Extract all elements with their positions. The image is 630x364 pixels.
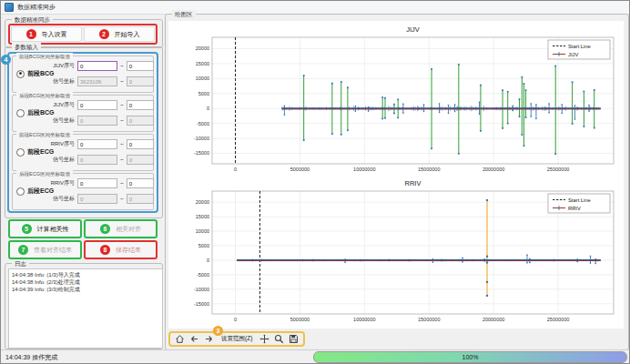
svg-text:-15000: -15000: [194, 301, 209, 307]
rear-ecg-coord-to-input[interactable]: [127, 194, 154, 204]
step-badge-5: 5: [22, 224, 32, 234]
compute-correlation-label: 计算相关性: [37, 225, 69, 234]
rear-bcg-index-from-input[interactable]: [77, 100, 117, 110]
svg-text:-10000: -10000: [194, 287, 209, 292]
svg-text:5000000: 5000000: [290, 317, 310, 322]
tilde: ~: [120, 180, 124, 187]
sync-group-title: 数据精准同步: [12, 15, 53, 24]
app-icon: [5, 3, 14, 12]
front-ecg-index-from-input[interactable]: [77, 139, 117, 149]
svg-text:10000000: 10000000: [353, 317, 375, 322]
start-import-button[interactable]: 2 开始导入: [84, 26, 155, 42]
correlation-align-button[interactable]: 6 相关对齐: [84, 219, 158, 238]
signal-coord-label: 信号坐标: [46, 156, 75, 164]
jijv-index-label: JIJV序号: [46, 62, 75, 70]
signal-coord-label: 信号坐标: [46, 116, 75, 125]
rriv-index-label: RRIV序号: [46, 179, 75, 187]
tilde: ~: [120, 196, 124, 202]
rear-bcg-index-to-input[interactable]: [127, 100, 154, 110]
rear-ecg-legend: 后段ECG区间坐标取值: [16, 170, 73, 178]
step-badge-2: 2: [99, 29, 109, 39]
action-button-grid: 5 计算相关性 6 相关对齐 7 查看对齐结果 8 保存结果: [8, 219, 158, 259]
svg-text:15000: 15000: [196, 214, 209, 219]
view-align-result-button[interactable]: 7 查看对齐结果: [8, 240, 82, 259]
svg-text:JIJV: JIJV: [406, 25, 420, 34]
signal-coord-label: 信号坐标: [46, 77, 75, 86]
rear-bcg-legend: 后段BCG区间坐标取值: [16, 92, 73, 100]
import-settings-label: 导入设置: [42, 30, 67, 39]
svg-text:20000000: 20000000: [483, 167, 504, 172]
tilde: ~: [120, 117, 124, 124]
step-badge-8: 8: [100, 245, 110, 255]
progress-bar: 100%: [313, 351, 627, 363]
log-output[interactable]: 14:04:38 Info: (1/3)导入完成 14:04:38 Info: …: [8, 268, 163, 349]
back-icon[interactable]: [189, 334, 199, 344]
svg-text:Start Line: Start Line: [568, 197, 591, 203]
progress-label: 100%: [462, 354, 479, 360]
import-settings-button[interactable]: 1 导入设置: [11, 26, 82, 42]
front-bcg-coord-from-input[interactable]: [77, 76, 117, 86]
svg-text:RRIV: RRIV: [568, 206, 581, 211]
tilde: ~: [120, 78, 124, 85]
step-badge-4: 4: [1, 55, 11, 65]
front-ecg-group: 前段ECG区间坐标取值 前段ECG RRIV序号 ~ 信号坐标 ~: [12, 134, 154, 171]
step-badge-1: 1: [26, 29, 36, 39]
status-message: 14:04:39 操作完成: [5, 353, 57, 362]
start-import-label: 开始导入: [115, 30, 140, 39]
zoom-icon[interactable]: [274, 334, 284, 344]
front-ecg-radio[interactable]: [16, 148, 25, 157]
svg-text:0: 0: [234, 317, 237, 322]
rear-ecg-group: 后段ECG区间坐标取值 后段ECG RRIV序号 ~ 信号坐标 ~: [12, 173, 154, 210]
step-badge-3: 3: [213, 326, 223, 336]
svg-text:10000: 10000: [196, 228, 209, 234]
front-ecg-legend: 前段ECG区间坐标取值: [16, 131, 73, 139]
svg-text:Start Line: Start Line: [568, 44, 591, 49]
forward-icon[interactable]: [204, 334, 214, 344]
title-bar: 数据精准同步: [1, 1, 629, 15]
statusbar-divider: [1, 349, 630, 350]
svg-text:5000000: 5000000: [290, 167, 310, 172]
compute-correlation-button[interactable]: 5 计算相关性: [8, 219, 82, 238]
svg-text:20000000: 20000000: [483, 317, 504, 322]
rear-bcg-radio[interactable]: [16, 109, 25, 117]
svg-text:RRIV: RRIV: [405, 179, 422, 187]
svg-text:-5000: -5000: [197, 121, 209, 126]
rear-bcg-coord-to-input[interactable]: [127, 116, 154, 126]
log-line: 14:04:38 Info: (1/3)导入完成: [12, 271, 159, 278]
svg-text:20000: 20000: [196, 199, 209, 205]
rear-bcg-coord-from-input[interactable]: [77, 116, 117, 126]
front-ecg-coord-to-input[interactable]: [127, 155, 154, 165]
front-bcg-radio[interactable]: [16, 70, 25, 78]
svg-text:0: 0: [207, 258, 209, 263]
window-title: 数据精准同步: [17, 3, 56, 12]
front-bcg-coord-to-input[interactable]: [127, 76, 154, 86]
jijv-chart[interactable]: 20000150001000050000-5000-10000-15000050…: [170, 24, 622, 180]
svg-text:10000: 10000: [196, 76, 209, 81]
front-bcg-group: 前段BCG区间坐标取值 前段BCG JIJV序号 ~ 信号坐标 ~: [12, 56, 154, 93]
svg-text:15000: 15000: [196, 61, 209, 66]
svg-text:5000: 5000: [198, 91, 209, 96]
tilde: ~: [120, 141, 124, 147]
rriv-chart[interactable]: 20000150001000050000-5000-10000-15000050…: [170, 177, 622, 330]
params-group-title: 参数输入: [12, 43, 41, 51]
home-icon[interactable]: [175, 334, 185, 344]
front-bcg-index-to-input[interactable]: [127, 61, 154, 71]
rear-ecg-radio[interactable]: [16, 187, 25, 196]
front-bcg-index-from-input[interactable]: [77, 61, 117, 71]
pan-icon[interactable]: [259, 334, 269, 344]
signal-coord-label: 信号坐标: [46, 195, 75, 203]
save-result-button[interactable]: 8 保存结果: [84, 240, 158, 259]
svg-text:20000: 20000: [196, 46, 209, 51]
save-icon[interactable]: [289, 334, 299, 344]
front-bcg-legend: 前段BCG区间坐标取值: [16, 53, 73, 61]
svg-text:JIJV: JIJV: [568, 52, 578, 57]
svg-text:10000000: 10000000: [353, 167, 375, 172]
rear-ecg-index-to-input[interactable]: [127, 178, 154, 188]
front-ecg-index-to-input[interactable]: [127, 139, 154, 149]
front-ecg-coord-from-input[interactable]: [77, 155, 117, 165]
save-result-label: 保存结果: [116, 246, 141, 255]
set-range-button[interactable]: 3 设置范围(Z): [218, 334, 255, 344]
rear-ecg-index-from-input[interactable]: [77, 178, 117, 188]
log-line: 14:04:39 Info: (3/3)绘制完成: [12, 286, 159, 293]
rear-ecg-coord-from-input[interactable]: [77, 194, 117, 204]
